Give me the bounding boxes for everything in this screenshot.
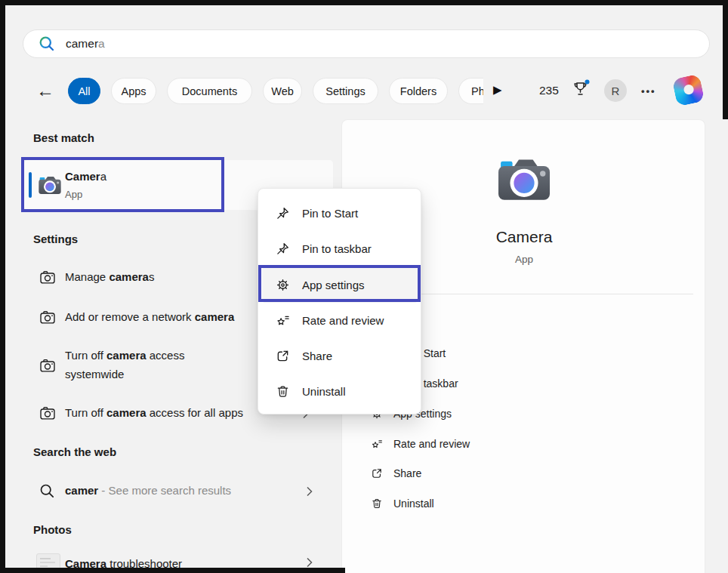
rewards-points[interactable]: 235 [539, 84, 559, 97]
filter-tab-folders[interactable]: Folders [389, 78, 448, 104]
windows-search-window: camera ← All Apps Documents Web Settings… [0, 0, 728, 573]
search-box[interactable]: camera [23, 29, 710, 58]
camera-outline-icon [39, 310, 56, 329]
search-icon [39, 35, 55, 52]
copilot-icon[interactable] [674, 76, 702, 104]
filter-tab-settings[interactable]: Settings [313, 78, 378, 104]
rewards-trophy-icon[interactable] [571, 79, 591, 98]
chevron-right-icon [304, 557, 315, 568]
camera-outline-icon [39, 270, 56, 289]
frame-border-bottom [0, 568, 345, 573]
camera-app-icon-large [495, 153, 553, 205]
search-outline-icon [39, 483, 55, 502]
settings-row-label-line2: systemwide [65, 368, 124, 380]
menu-item-uninstall[interactable]: Uninstall [262, 374, 418, 409]
annotation-box-best-match [21, 157, 224, 212]
back-arrow-icon[interactable]: ← [36, 80, 54, 101]
avatar[interactable]: R [604, 79, 627, 102]
settings-row-label: Add or remove a network camera [65, 310, 234, 323]
camera-outline-icon [39, 358, 56, 377]
filter-tab-photos-truncated[interactable]: Ph [458, 78, 483, 104]
panel-action-uninstall[interactable]: Uninstall [342, 488, 706, 518]
section-heading-settings: Settings [33, 233, 78, 245]
trash-icon [371, 498, 383, 510]
search-input-value[interactable]: camera [66, 37, 105, 51]
camera-outline-icon [39, 405, 56, 425]
panel-action-share[interactable]: Share [342, 458, 706, 488]
frame-border-top [0, 0, 728, 5]
menu-item-rate-review[interactable]: Rate and review [262, 303, 418, 338]
share-icon [276, 349, 290, 363]
filter-tab-documents[interactable]: Documents [167, 78, 252, 104]
filter-tab-all[interactable]: All [68, 78, 100, 104]
rate-review-icon [276, 313, 290, 328]
frame-border-right [723, 0, 728, 119]
share-icon [371, 467, 383, 479]
annotation-box-app-settings [258, 265, 421, 302]
chevron-right-icon [304, 486, 315, 497]
filter-tab-web[interactable]: Web [263, 78, 302, 104]
section-heading-search-web: Search the web [33, 445, 116, 458]
menu-item-pin-start[interactable]: Pin to Start [262, 196, 418, 231]
settings-row-label: Turn off camera access for all apps [65, 406, 243, 419]
more-options-icon[interactable]: ••• [641, 85, 656, 97]
section-heading-best-match: Best match [33, 131, 94, 144]
web-search-label: camer - See more search results [65, 484, 231, 497]
filters-overflow-icon[interactable]: ▶ [493, 83, 502, 97]
web-search-row[interactable]: camer - See more search results [0, 476, 341, 507]
filter-tab-apps[interactable]: Apps [111, 78, 156, 104]
menu-item-pin-taskbar[interactable]: Pin to taskbar [262, 231, 418, 266]
settings-row-label-line1: Turn off camera access [65, 349, 184, 362]
rate-review-icon [371, 438, 383, 450]
pin-icon [276, 206, 290, 220]
pin-icon [276, 242, 290, 256]
section-heading-photos: Photos [33, 523, 72, 536]
panel-action-rate-review[interactable]: Rate and review [342, 429, 706, 458]
trash-icon [276, 384, 290, 399]
settings-row-label: Manage cameras [65, 270, 154, 283]
menu-item-share[interactable]: Share [262, 338, 418, 374]
